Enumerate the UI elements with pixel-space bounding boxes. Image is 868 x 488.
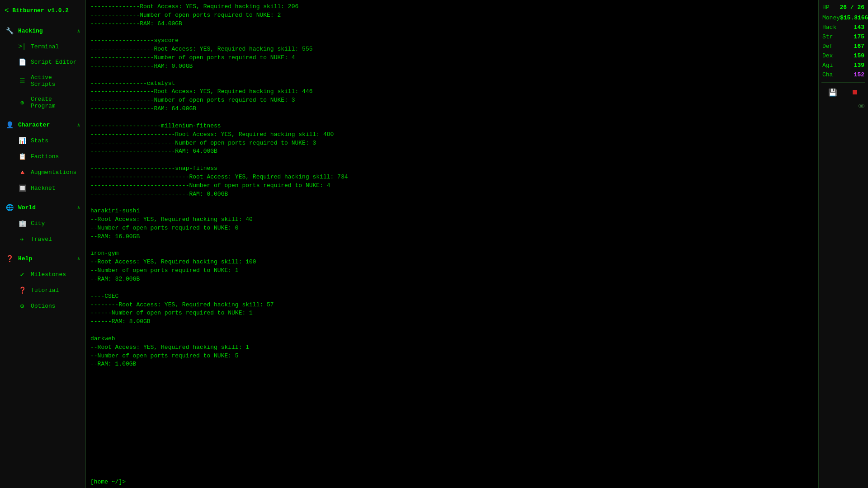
milestones-icon: ✔ <box>18 271 26 278</box>
sidebar-hacking-label: Hacking <box>18 28 72 34</box>
city-icon: 🏢 <box>18 220 26 227</box>
agi-label: Agi <box>822 62 833 69</box>
save-icon[interactable]: 💾 <box>828 88 837 97</box>
def-value: 167 <box>854 43 864 50</box>
world-section: 🌐 World ∧ 🏢 City ✈ Travel <box>0 198 85 249</box>
sidebar-item-factions[interactable]: 📋 Factions <box>0 149 85 164</box>
def-row: Def 167 <box>821 42 865 50</box>
str-label: Str <box>822 33 833 40</box>
active-scripts-label: Active Scripts <box>31 74 80 88</box>
sidebar-header: < Bitburner v1.0.2 <box>0 0 85 21</box>
sidebar-item-hacknet[interactable]: 🔲 Hacknet <box>0 180 85 196</box>
factions-label: Factions <box>31 153 80 160</box>
milestones-label: Milestones <box>31 271 80 278</box>
terminal-output: --------------Root Access: YES, Required… <box>90 3 814 476</box>
sidebar-item-tutorial[interactable]: ❓ Tutorial <box>0 282 85 298</box>
character-label: Character <box>18 122 72 128</box>
money-row: Money $15.8166 <box>821 14 865 22</box>
script-editor-label: Script Editor <box>31 59 80 66</box>
help-section: ❓ Help ∧ ✔ Milestones ❓ Tutorial ⚙ Optio… <box>0 249 85 316</box>
sidebar-item-stats[interactable]: 📊 Stats <box>0 133 85 149</box>
help-chevron: ∧ <box>77 256 80 262</box>
sidebar-item-milestones[interactable]: ✔ Milestones <box>0 267 85 282</box>
terminal-icon: >| <box>18 43 26 50</box>
hp-value: 26 / 26 <box>840 4 864 11</box>
money-value: $15.8166 <box>840 14 868 21</box>
augmentations-icon: 🔺 <box>18 169 26 176</box>
character-chevron: ∧ <box>77 122 80 128</box>
hacknet-label: Hacknet <box>31 185 80 192</box>
stats-panel: HP 26 / 26 Money $15.8166 Hack 143 Str 1… <box>818 0 868 488</box>
world-chevron: ∧ <box>77 205 80 211</box>
help-icon: ❓ <box>5 255 14 263</box>
terminal-label: Terminal <box>31 43 80 50</box>
city-label: City <box>31 220 80 227</box>
hack-label: Hack <box>822 24 836 31</box>
stats-icon: 📊 <box>18 137 26 145</box>
divider-1 <box>821 82 865 83</box>
sidebar-item-create-program[interactable]: ⊕ Create Program <box>0 92 85 113</box>
sidebar-item-help[interactable]: ❓ Help ∧ <box>0 251 85 267</box>
def-label: Def <box>822 43 833 50</box>
stats-label: Stats <box>31 137 80 144</box>
sidebar-item-world[interactable]: 🌐 World ∧ <box>0 200 85 216</box>
agi-value: 139 <box>854 62 864 69</box>
world-icon: 🌐 <box>5 204 14 211</box>
help-label: Help <box>18 255 72 262</box>
action-icons: 💾 ⏹ <box>821 88 865 97</box>
dex-label: Dex <box>822 52 833 59</box>
factions-icon: 📋 <box>18 153 26 160</box>
str-row: Str 175 <box>821 33 865 41</box>
character-section: 👤 Character ∧ 📊 Stats 📋 Factions 🔺 Augme… <box>0 115 85 198</box>
create-program-icon: ⊕ <box>18 99 26 107</box>
sidebar-item-hacking[interactable]: 🔧 Hacking ∧ <box>0 23 85 39</box>
dex-row: Dex 159 <box>821 52 865 60</box>
sidebar-item-terminal[interactable]: >| Terminal <box>0 39 85 54</box>
create-program-label: Create Program <box>31 96 80 109</box>
sidebar: < Bitburner v1.0.2 🔧 Hacking ∧ >| Termin… <box>0 0 86 488</box>
sidebar-item-script-editor[interactable]: 📄 Script Editor <box>0 54 85 70</box>
hack-row: Hack 143 <box>821 23 865 31</box>
sidebar-item-options[interactable]: ⚙ Options <box>0 298 85 314</box>
agi-row: Agi 139 <box>821 61 865 69</box>
sidebar-item-character[interactable]: 👤 Character ∧ <box>0 117 85 133</box>
cha-row: Cha 152 <box>821 71 865 79</box>
sidebar-item-city[interactable]: 🏢 City <box>0 216 85 231</box>
back-button[interactable]: < <box>5 6 9 14</box>
terminal-prompt[interactable]: [home ~/]> <box>90 479 814 485</box>
hacknet-icon: 🔲 <box>18 184 26 192</box>
character-icon: 👤 <box>5 121 14 129</box>
tutorial-label: Tutorial <box>31 287 80 294</box>
hacking-section: 🔧 Hacking ∧ >| Terminal 📄 Script Editor … <box>0 21 85 115</box>
hack-value: 143 <box>854 24 864 31</box>
terminal-panel[interactable]: --------------Root Access: YES, Required… <box>86 0 818 488</box>
money-label: Money <box>822 14 840 21</box>
sidebar-item-travel[interactable]: ✈ Travel <box>0 231 85 247</box>
str-value: 175 <box>854 33 864 40</box>
cha-label: Cha <box>822 71 833 78</box>
options-icon: ⚙ <box>18 302 26 310</box>
cha-value: 152 <box>854 71 864 78</box>
hp-row: HP 26 / 26 <box>821 4 865 11</box>
tutorial-icon: ❓ <box>18 286 26 294</box>
options-label: Options <box>31 303 80 310</box>
hp-label: HP <box>822 4 830 11</box>
kill-icon[interactable]: ⏹ <box>851 88 859 97</box>
sidebar-item-augmentations[interactable]: 🔺 Augmentations <box>0 164 85 180</box>
active-scripts-icon: ☰ <box>18 77 26 85</box>
sidebar-item-active-scripts[interactable]: ☰ Active Scripts <box>0 70 85 92</box>
visibility-icon-container: 👁 <box>821 103 865 111</box>
hacking-icon: 🔧 <box>5 27 14 35</box>
app-title: Bitburner v1.0.2 <box>12 7 69 14</box>
eye-slash-icon[interactable]: 👁 <box>858 103 865 111</box>
script-editor-icon: 📄 <box>18 58 26 66</box>
dex-value: 159 <box>854 52 864 59</box>
travel-label: Travel <box>31 236 80 243</box>
hacking-chevron: ∧ <box>77 28 80 34</box>
world-label: World <box>18 204 72 211</box>
travel-icon: ✈ <box>18 235 26 243</box>
augmentations-label: Augmentations <box>31 169 80 176</box>
